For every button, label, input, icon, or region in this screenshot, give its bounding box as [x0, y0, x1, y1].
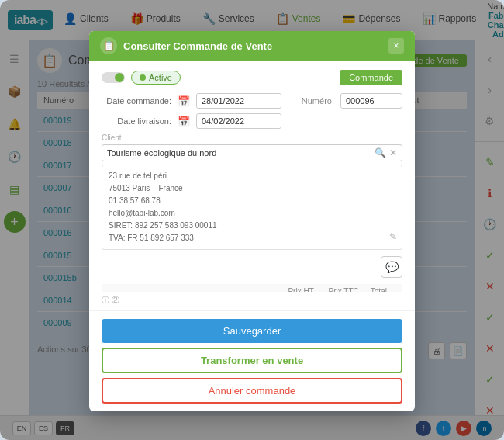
modal-actions: Sauvegarder Transformer en vente Annuler…	[89, 310, 415, 411]
client-edit-icon[interactable]: ✎	[389, 230, 397, 244]
chat-icon-row: 💬	[102, 256, 402, 278]
date-commande-label: Date commande:	[102, 96, 171, 106]
num-input[interactable]	[340, 93, 402, 109]
status-active-label: Active	[149, 73, 172, 82]
prod-col-ht: Prix HT (net)	[283, 284, 323, 292]
modal-title: Consulter Commande de Vente	[123, 40, 272, 52]
footer-info-left: ⓘ ②	[102, 295, 119, 306]
modal-header-left: 📋 Consulter Commande de Vente	[100, 37, 272, 54]
num-label: Numéro:	[302, 96, 334, 106]
client-clear-icon[interactable]: ✕	[389, 147, 397, 158]
client-section-label: Client	[102, 133, 402, 142]
calendar-icon-livraison[interactable]: 📅	[178, 116, 190, 127]
prod-col-qty: Quantité	[212, 284, 251, 292]
client-tva: TVA: FR 51 892 657 333	[109, 232, 395, 244]
client-info-box: 23 rue de tel péri 75013 Paris – France …	[102, 165, 402, 250]
active-toggle[interactable]	[102, 72, 125, 83]
calendar-icon-commande[interactable]: 📅	[178, 95, 190, 107]
products-table: Produit / Service Quantité TVA Prix HT (…	[102, 284, 402, 292]
status-badge: Active	[131, 71, 181, 85]
btn-commande[interactable]: Commande	[340, 70, 402, 85]
client-siret: SIRET: 892 257 583 093 00011	[109, 220, 395, 232]
modal-body: Active Commande Date commande: 📅 Numéro:…	[89, 61, 415, 292]
client-address-line2: 75013 Paris – France	[109, 182, 395, 195]
modal-overlay: 📋 Consulter Commande de Vente × Active	[0, 0, 504, 440]
save-button[interactable]: Sauvegarder	[102, 319, 402, 343]
client-address-line1: 23 rue de tel péri	[109, 170, 395, 182]
status-led	[140, 74, 146, 81]
date-commande-input[interactable]	[196, 93, 281, 109]
modal-consulter: 📋 Consulter Commande de Vente × Active	[89, 31, 415, 411]
modal-close-button[interactable]: ×	[388, 38, 404, 54]
prod-col-search	[192, 284, 212, 292]
date-commande-row: Date commande: 📅 Numéro:	[102, 93, 402, 109]
client-email: hello@tabi-lab.com	[109, 207, 395, 220]
client-search-input[interactable]	[107, 148, 371, 158]
modal-footer-info: ⓘ ②	[89, 292, 415, 310]
date-livraison-row: Date livraison: 📅	[102, 113, 402, 129]
client-phone: 01 38 57 68 78	[109, 195, 395, 207]
date-livraison-label: Date livraison:	[102, 116, 171, 126]
cancel-order-button[interactable]: Annuler commande	[102, 378, 402, 404]
modal-status-bar: Active Commande	[102, 70, 402, 85]
transform-button[interactable]: Transformer en vente	[102, 348, 402, 373]
client-search-bar[interactable]: 🔍 ✕	[102, 144, 402, 161]
prod-col-name: Produit / Service	[102, 284, 192, 292]
prod-col-total: Total TTC	[366, 284, 402, 292]
prod-col-ttc: Prix TTC (net)	[324, 284, 366, 292]
prod-col-tva: TVA	[251, 284, 283, 292]
client-search-icon[interactable]: 🔍	[375, 147, 386, 158]
client-section: Client 🔍 ✕ 23 rue de tel péri 75013 Pari…	[102, 133, 402, 250]
chat-bubble-icon[interactable]: 💬	[381, 256, 402, 278]
date-livraison-input[interactable]	[196, 113, 281, 129]
modal-header: 📋 Consulter Commande de Vente ×	[89, 31, 415, 61]
modal-header-icon: 📋	[100, 37, 117, 54]
